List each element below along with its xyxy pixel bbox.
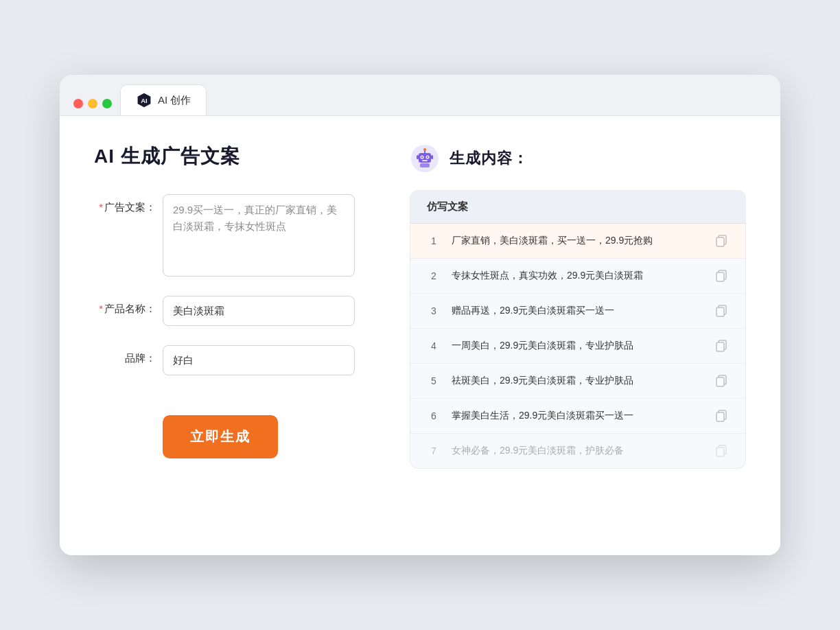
svg-rect-15 — [716, 237, 724, 246]
svg-point-9 — [423, 148, 426, 151]
row-number: 2 — [427, 270, 441, 281]
table-row: 1 厂家直销，美白淡斑霜，买一送一，29.9元抢购 — [410, 224, 745, 259]
svg-point-7 — [427, 156, 428, 158]
brand-label: 品牌： — [94, 345, 156, 365]
copy-button-5[interactable] — [714, 373, 729, 388]
ad-copy-group: *广告文案： — [94, 194, 382, 277]
svg-rect-11 — [417, 155, 419, 159]
svg-rect-12 — [431, 155, 433, 159]
robot-icon — [410, 143, 440, 174]
row-text: 女神必备，29.9元美白淡斑霜，护肤必备 — [452, 445, 703, 457]
main-content: AI 生成广告文案 *广告文案： *产品名称： 品牌： 立 — [60, 116, 780, 555]
row-text: 厂家直销，美白淡斑霜，买一送一，29.9元抢购 — [452, 235, 703, 247]
maximize-button[interactable] — [102, 99, 112, 108]
title-bar: AI AI 创作 — [60, 75, 780, 116]
page-title: AI 生成广告文案 — [94, 143, 382, 170]
result-title: 生成内容： — [450, 148, 528, 169]
copy-button-6[interactable] — [714, 408, 729, 423]
row-text: 赠品再送，29.9元美白淡斑霜买一送一 — [452, 305, 703, 317]
table-row: 3 赠品再送，29.9元美白淡斑霜买一送一 — [410, 294, 745, 329]
result-table: 仿写文案 1 厂家直销，美白淡斑霜，买一送一，29.9元抢购 2 专抹女性斑点，… — [410, 190, 746, 469]
traffic-lights — [73, 99, 112, 108]
minimize-button[interactable] — [88, 99, 97, 108]
svg-rect-13 — [422, 160, 428, 161]
row-text: 一周美白，29.9元美白淡斑霜，专业护肤品 — [452, 340, 703, 352]
svg-rect-17 — [716, 272, 724, 281]
copy-button-1[interactable] — [714, 233, 729, 248]
table-row: 2 专抹女性斑点，真实功效，29.9元美白淡斑霜 — [410, 259, 745, 294]
svg-rect-19 — [716, 307, 724, 316]
copy-button-2[interactable] — [714, 268, 729, 283]
row-text: 掌握美白生活，29.9元美白淡斑霜买一送一 — [452, 410, 703, 422]
product-name-input[interactable] — [163, 296, 355, 326]
ai-creation-tab[interactable]: AI AI 创作 — [120, 84, 207, 115]
brand-group: 品牌： — [94, 345, 382, 375]
product-name-group: *产品名称： — [94, 296, 382, 326]
svg-rect-27 — [716, 447, 724, 456]
left-panel: AI 生成广告文案 *广告文案： *产品名称： 品牌： 立 — [94, 143, 382, 528]
generate-button[interactable]: 立即生成 — [163, 415, 278, 458]
ad-copy-input[interactable] — [163, 194, 355, 277]
row-number: 1 — [427, 235, 441, 246]
table-header: 仿写文案 — [410, 191, 745, 224]
product-name-label: *产品名称： — [94, 296, 156, 316]
svg-rect-23 — [716, 377, 724, 386]
row-number: 6 — [427, 410, 441, 421]
svg-point-6 — [421, 156, 423, 158]
close-button[interactable] — [73, 99, 83, 108]
svg-rect-25 — [716, 412, 724, 421]
copy-button-4[interactable] — [714, 338, 729, 353]
row-number: 5 — [427, 375, 441, 386]
row-text: 祛斑美白，29.9元美白淡斑霜，专业护肤品 — [452, 375, 703, 387]
browser-window: AI AI 创作 AI 生成广告文案 *广告文案： *产品名称： — [60, 75, 780, 555]
copy-button-7[interactable] — [714, 443, 729, 458]
svg-text:AI: AI — [141, 97, 147, 104]
copy-button-3[interactable] — [714, 303, 729, 318]
required-star-2: * — [99, 303, 103, 314]
row-text: 专抹女性斑点，真实功效，29.9元美白淡斑霜 — [452, 270, 703, 282]
brand-input[interactable] — [163, 345, 355, 375]
ai-logo-icon: AI — [136, 92, 152, 108]
row-number: 7 — [427, 445, 441, 456]
right-panel: 生成内容： 仿写文案 1 厂家直销，美白淡斑霜，买一送一，29.9元抢购 2 专… — [410, 143, 746, 528]
svg-rect-10 — [420, 163, 430, 167]
row-number: 3 — [427, 305, 441, 316]
table-row: 4 一周美白，29.9元美白淡斑霜，专业护肤品 — [410, 329, 745, 364]
table-row: 5 祛斑美白，29.9元美白淡斑霜，专业护肤品 — [410, 364, 745, 399]
table-row: 6 掌握美白生活，29.9元美白淡斑霜买一送一 — [410, 399, 745, 434]
result-header: 生成内容： — [410, 143, 746, 174]
ad-copy-label: *广告文案： — [94, 194, 156, 214]
svg-rect-21 — [716, 342, 724, 351]
tab-label: AI 创作 — [158, 94, 191, 107]
required-star: * — [99, 201, 103, 213]
row-number: 4 — [427, 340, 441, 351]
table-row: 7 女神必备，29.9元美白淡斑霜，护肤必备 — [410, 434, 745, 468]
